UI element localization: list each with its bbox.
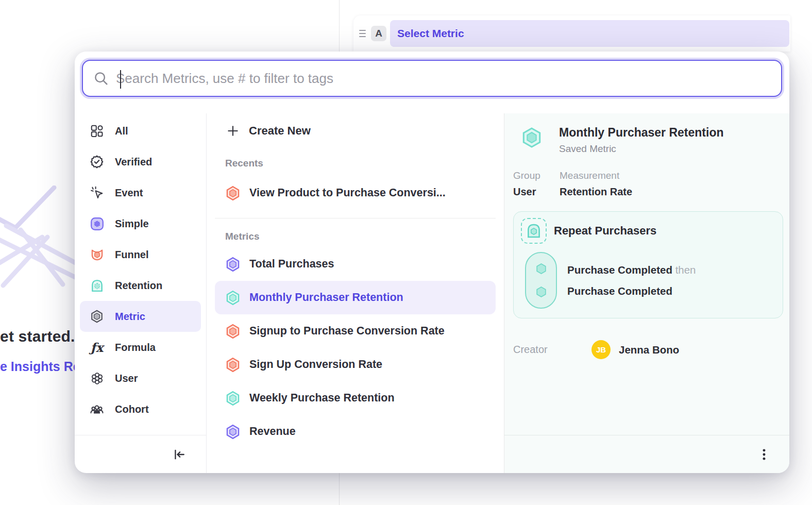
metric-item-monthly-purchaser-retention[interactable]: Monthly Purchaser Retention [215, 281, 496, 314]
detail-footer [504, 435, 789, 473]
metric-item-signup-to-purchase[interactable]: Signup to Purchase Conversion Rate [207, 314, 504, 348]
section-divider [215, 218, 496, 218]
group-label: Group [513, 170, 560, 181]
kebab-menu-icon [757, 448, 771, 461]
search-input[interactable] [116, 71, 771, 87]
event-hexagon-icon [534, 262, 548, 276]
sidebar-item-label: User [115, 373, 138, 384]
verified-badge-icon [89, 154, 105, 170]
sidebar-item-event[interactable]: Event [75, 177, 206, 208]
collapse-left-icon [172, 447, 187, 462]
coral-hexagon-icon [224, 323, 242, 340]
measurement-value: Retention Rate [560, 186, 632, 198]
sidebar-item-retention[interactable]: Retention [75, 270, 206, 301]
create-new-label: Create New [249, 124, 311, 138]
create-new-button[interactable]: Create New [207, 116, 504, 145]
creator-name: Jenna Bono [619, 344, 679, 356]
event-hexagon-icon [534, 285, 548, 299]
plus-icon [226, 124, 240, 138]
cohort-people-icon [89, 401, 105, 417]
sidebar-item-cohort[interactable]: Cohort [75, 394, 206, 425]
text-caret [120, 70, 121, 89]
step-one-event: Purchase Completed [567, 264, 672, 276]
drag-handle-icon[interactable] [358, 30, 367, 37]
sidebar-item-funnel[interactable]: Funnel [75, 239, 206, 270]
sidebar-item-user[interactable]: User [75, 363, 206, 394]
sidebar-item-label: Metric [115, 311, 145, 323]
event-cursor-icon [89, 185, 105, 200]
metric-detail-panel: Monthly Purchaser Retention Saved Metric… [504, 113, 789, 473]
coral-hexagon-icon [224, 184, 242, 202]
sidebar-item-formula[interactable]: ƒx Formula [75, 332, 206, 363]
more-options-button[interactable] [755, 446, 773, 463]
background-chart-illustration [0, 186, 82, 304]
measurement-label: Measurement [560, 170, 632, 181]
retention-arch-icon [89, 278, 105, 293]
sidebar-item-label: Verified [115, 156, 152, 168]
sidebar-item-label: Funnel [115, 249, 149, 261]
purple-hexagon-icon [224, 423, 242, 441]
metric-hexagon-icon [89, 309, 105, 324]
metric-item-label: Total Purchases [249, 258, 334, 271]
metric-picker-modal: All Verified [75, 52, 789, 473]
step-connector: then [675, 264, 696, 276]
metric-item-label: Monthly Purchaser Retention [249, 291, 403, 304]
group-value: User [513, 186, 560, 198]
detail-subtitle: Saved Metric [559, 143, 723, 155]
sidebar-item-label: Event [115, 187, 143, 199]
retention-behavior-icon [521, 218, 547, 244]
simple-hexagon-icon [89, 216, 105, 231]
sidebar-item-all[interactable]: All [75, 115, 206, 146]
metrics-section-label: Metrics [225, 231, 504, 242]
metric-item-label: Weekly Purchase Retention [249, 392, 395, 405]
sidebar-item-label: Simple [115, 218, 149, 230]
sidebar-footer [75, 435, 206, 473]
metric-item-weekly-purchase-retention[interactable]: Weekly Purchase Retention [207, 381, 504, 415]
creator-label: Creator [513, 344, 591, 356]
coral-hexagon-icon [224, 356, 242, 374]
background-link-fragment[interactable]: e Insights Re [0, 359, 80, 374]
select-metric-label: Select Metric [397, 27, 464, 40]
teal-hexagon-icon [224, 289, 242, 307]
detail-title: Monthly Purchaser Retention [559, 126, 723, 140]
user-cluster-icon [89, 371, 105, 386]
search-icon [93, 71, 109, 86]
metric-item-label: View Product to Purchase Conversi... [249, 187, 446, 199]
select-metric-bar: A Select Metric [353, 15, 790, 52]
sidebar-item-label: All [115, 125, 128, 137]
collapse-sidebar-button[interactable] [170, 445, 189, 464]
formula-fx-icon: ƒx [89, 340, 105, 355]
search-box[interactable] [82, 60, 782, 97]
purple-hexagon-icon [224, 256, 242, 273]
metric-list-column: Create New Recents View Product to Purch… [207, 113, 504, 473]
funnel-hexagon-icon [89, 247, 105, 262]
sidebar-item-label: Formula [115, 342, 156, 354]
metric-item-revenue[interactable]: Revenue [207, 415, 504, 448]
event-sequence-capsule [525, 252, 557, 309]
metric-item-label: Revenue [249, 425, 296, 438]
metric-item-label: Signup to Purchase Conversion Rate [249, 325, 445, 338]
grid-icon [89, 123, 105, 139]
background-headline-fragment: et started. [0, 328, 75, 345]
sidebar-item-simple[interactable]: Simple [75, 208, 206, 239]
metric-item-label: Sign Up Conversion Rate [249, 358, 382, 371]
metric-item-total-purchases[interactable]: Total Purchases [207, 247, 504, 281]
recent-metric-item[interactable]: View Product to Purchase Conversi... [207, 176, 504, 210]
recents-section-label: Recents [225, 158, 504, 169]
sidebar-item-metric[interactable]: Metric [80, 301, 201, 332]
step-two-event: Purchase Completed [567, 280, 696, 301]
saved-metric-hexagon-icon [520, 126, 544, 155]
sidebar-item-verified[interactable]: Verified [75, 146, 206, 177]
sidebar-item-label: Cohort [115, 403, 149, 415]
category-sidebar: All Verified [75, 113, 207, 473]
metric-item-sign-up-conversion[interactable]: Sign Up Conversion Rate [207, 348, 504, 381]
creator-avatar: JB [591, 340, 611, 359]
behavior-card-title: Repeat Purchasers [554, 224, 656, 238]
teal-hexagon-icon [224, 390, 242, 407]
sidebar-item-label: Retention [115, 280, 162, 292]
select-metric-dropdown[interactable]: Select Metric [390, 20, 789, 47]
metric-letter-badge: A [371, 26, 386, 41]
behavior-card: Repeat Purchasers Purchase Completed [513, 211, 783, 318]
